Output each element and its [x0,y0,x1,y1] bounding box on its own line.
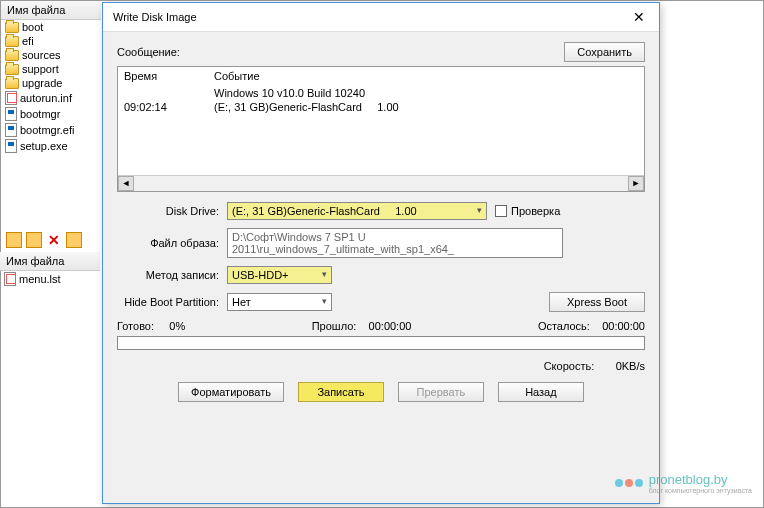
write-method-label: Метод записи: [117,269,227,281]
log-box: Время Событие Windows 10 v10.0 Build 102… [117,66,645,192]
folder-item[interactable]: efi [1,34,101,48]
dialog-titlebar: Write Disk Image ✕ [103,3,659,32]
file-icon [5,107,17,121]
hide-boot-select[interactable]: Нет [227,293,332,311]
folder-icon [5,64,19,75]
folder-icon [5,78,19,89]
write-disk-image-dialog: Write Disk Image ✕ Сообщение: Сохранить … [102,2,660,504]
write-method-select[interactable]: USB-HDD+ [227,266,332,284]
horizontal-scrollbar[interactable]: ◄ ► [118,175,644,191]
watermark: pronetblog.by блог компьютерного энтузиа… [615,472,752,494]
remain-label: Осталось: [538,320,590,332]
file-icon [5,91,17,105]
log-time: 09:02:14 [124,101,214,113]
file-item[interactable]: setup.exe [1,138,101,154]
folder-label: sources [22,49,61,61]
scroll-right-icon[interactable]: ► [628,176,644,191]
watermark-dot-icon [625,479,633,487]
log-event: (E:, 31 GB)Generic-FlashCard 1.00 [214,101,399,113]
file-item[interactable]: bootmgr.efi [1,122,101,138]
folder-label: support [22,63,59,75]
file-list-bottom: Имя файла menu.lst [0,252,100,287]
file-list-top: Имя файла boot efi sources support upgra… [1,1,101,154]
folder-label: boot [22,21,43,33]
file-label: autorun.inf [20,92,72,104]
file-label: bootmgr [20,108,60,120]
ready-label: Готово: [117,320,154,332]
folder-icon [5,22,19,33]
abort-button[interactable]: Прервать [398,382,484,402]
file-label: bootmgr.efi [20,124,74,136]
elapsed-label: Прошло: [312,320,357,332]
log-event-header[interactable]: Событие [214,70,260,82]
log-time [124,87,214,99]
folder-item[interactable]: boot [1,20,101,34]
speed-label: Скорость: [544,360,595,372]
folder-label: efi [22,35,34,47]
watermark-dot-icon [615,479,623,487]
message-label: Сообщение: [117,46,180,58]
remain-value: 00:00:00 [602,320,645,332]
speed-value: 0KB/s [616,360,645,372]
back-button[interactable]: Назад [498,382,584,402]
xpress-boot-button[interactable]: Xpress Boot [549,292,645,312]
verify-label: Проверка [511,205,560,217]
file-item[interactable]: autorun.inf [1,90,101,106]
file-item[interactable]: menu.lst [0,271,100,287]
watermark-dot-icon [635,479,643,487]
rename-icon[interactable] [66,232,82,248]
disk-drive-select[interactable]: (E:, 31 GB)Generic-FlashCard 1.00 [227,202,487,220]
disk-drive-label: Disk Drive: [117,205,227,217]
write-button[interactable]: Записать [298,382,384,402]
log-row: Windows 10 v10.0 Build 10240 [118,86,644,100]
folder-label: upgrade [22,77,62,89]
file-list-header[interactable]: Имя файла [0,252,100,271]
delete-icon[interactable]: ✕ [46,232,62,248]
main-window: Имя файла boot efi sources support upgra… [0,0,764,508]
file-list-header[interactable]: Имя файла [1,1,101,20]
folder-item[interactable]: sources [1,48,101,62]
folder-item[interactable]: support [1,62,101,76]
new-folder-icon[interactable] [6,232,22,248]
dialog-title-text: Write Disk Image [113,11,197,23]
toolbar: ✕ [2,230,86,250]
folder-item[interactable]: upgrade [1,76,101,90]
log-time-header[interactable]: Время [124,70,214,82]
file-label: setup.exe [20,140,68,152]
file-icon [5,139,17,153]
folder-icon [5,36,19,47]
ready-value: 0% [169,320,185,332]
watermark-text: pronetblog.by [649,472,728,487]
dialog-body: Сообщение: Сохранить Время Событие Windo… [103,32,659,412]
verify-checkbox[interactable] [495,205,507,217]
add-icon[interactable] [26,232,42,248]
format-button[interactable]: Форматировать [178,382,284,402]
watermark-subtext: блог компьютерного энтузиаста [649,487,752,494]
log-row: 09:02:14 (E:, 31 GB)Generic-FlashCard 1.… [118,100,644,114]
file-icon [5,123,17,137]
elapsed-value: 00:00:00 [369,320,412,332]
progress-bar [117,336,645,350]
image-file-label: Файл образа: [117,237,227,249]
hide-boot-label: Hide Boot Partition: [117,296,227,308]
close-button[interactable]: ✕ [629,9,649,25]
scroll-left-icon[interactable]: ◄ [118,176,134,191]
file-icon [4,272,16,286]
save-button[interactable]: Сохранить [564,42,645,62]
log-event: Windows 10 v10.0 Build 10240 [214,87,365,99]
image-file-input[interactable]: D:\Софт\Windows 7 SP1 U 2011\ru_windows_… [227,228,563,258]
folder-icon [5,50,19,61]
file-label: menu.lst [19,273,61,285]
file-item[interactable]: bootmgr [1,106,101,122]
